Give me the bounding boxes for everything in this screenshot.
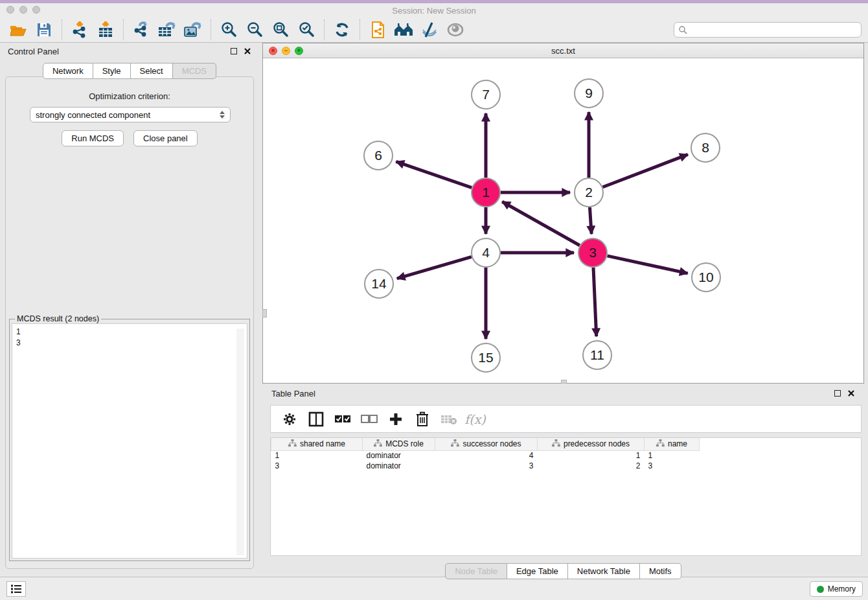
tree-icon xyxy=(552,439,560,449)
column-header-name[interactable]: name xyxy=(645,438,700,450)
search-input[interactable] xyxy=(688,23,861,36)
window-close-button[interactable] xyxy=(6,6,14,14)
network-zoom-button[interactable]: + xyxy=(295,47,303,55)
save-icon[interactable] xyxy=(31,19,57,41)
import-table-icon[interactable] xyxy=(93,19,119,41)
toolbar-separator xyxy=(324,19,325,40)
table-cell[interactable]: dominator xyxy=(363,461,435,471)
graph-edge-1-6[interactable] xyxy=(396,161,472,187)
control-panel-tabs: Network Style Select MCDS xyxy=(0,63,259,79)
refresh-icon[interactable] xyxy=(329,19,355,41)
window-minimize-button[interactable] xyxy=(19,6,27,14)
show-panel-icon[interactable] xyxy=(442,19,468,41)
memory-status-icon xyxy=(817,586,824,593)
column-header-shared-name[interactable]: shared name xyxy=(271,438,363,450)
window-resize-grip[interactable] xyxy=(561,380,567,384)
toolbar-separator xyxy=(360,19,360,40)
graph-edge-3-1[interactable] xyxy=(502,202,580,245)
graph-edge-3-11[interactable] xyxy=(593,268,597,336)
graph-node-label: 8 xyxy=(702,140,709,155)
mcds-result-title: MCDS result (2 nodes) xyxy=(15,314,101,323)
tab-network-table[interactable]: Network Table xyxy=(568,563,640,579)
table-cell[interactable]: 1 xyxy=(538,450,645,461)
graph-edge-2-3[interactable] xyxy=(589,207,591,234)
network-minimize-button[interactable]: − xyxy=(282,47,290,55)
tab-node-table[interactable]: Node Table xyxy=(445,563,507,579)
zoom-in-icon[interactable] xyxy=(216,19,242,41)
table-cell[interactable]: 1 xyxy=(271,450,363,461)
graph-edge-4-14[interactable] xyxy=(397,257,472,278)
show-column-icon[interactable] xyxy=(304,408,328,430)
export-network-icon[interactable] xyxy=(128,19,154,41)
create-column-icon[interactable] xyxy=(383,408,407,430)
table-cell[interactable]: 2 xyxy=(538,461,645,471)
close-panel-icon[interactable] xyxy=(244,47,251,55)
close-panel-icon[interactable] xyxy=(847,389,855,397)
chevron-up-down-icon xyxy=(220,111,225,119)
zoom-out-icon[interactable] xyxy=(242,19,268,41)
result-scrollbar[interactable] xyxy=(236,329,244,555)
window-zoom-button[interactable] xyxy=(32,6,40,14)
table-cell[interactable]: 3 xyxy=(645,461,700,471)
memory-button[interactable]: Memory xyxy=(810,581,863,597)
float-panel-icon[interactable] xyxy=(834,390,841,397)
graph-node-label: 11 xyxy=(590,347,604,362)
export-image-icon[interactable] xyxy=(180,19,206,41)
zoom-selected-icon[interactable] xyxy=(293,19,319,41)
table-row[interactable]: 3dominator323 xyxy=(271,461,700,471)
search-field[interactable] xyxy=(674,22,862,38)
tab-mcds[interactable]: MCDS xyxy=(173,63,216,79)
graph-node-label: 9 xyxy=(585,86,593,100)
table-row[interactable]: 1dominator411 xyxy=(271,450,700,461)
table-cell[interactable]: 1 xyxy=(645,450,700,461)
graph-node-label: 14 xyxy=(371,276,387,291)
toolbar-separator xyxy=(211,19,211,40)
graph-edge-3-10[interactable] xyxy=(607,256,687,273)
mcds-result-line: 1 xyxy=(16,327,243,338)
status-bar: Memory xyxy=(0,577,868,600)
function-builder-icon[interactable]: f(x) xyxy=(463,408,487,430)
close-panel-button[interactable]: Close panel xyxy=(133,130,198,146)
network-window-titlebar[interactable]: × − + scc.txt xyxy=(263,43,863,58)
tab-select[interactable]: Select xyxy=(131,63,173,79)
table-cell[interactable]: dominator xyxy=(363,450,435,461)
import-network-icon[interactable] xyxy=(67,19,93,41)
table-options-icon[interactable] xyxy=(277,408,301,430)
column-header-predecessor-nodes[interactable]: predecessor nodes xyxy=(538,438,645,450)
deselect-all-checkboxes-icon[interactable] xyxy=(357,408,381,430)
tab-motifs[interactable]: Motifs xyxy=(640,563,681,579)
network-graph[interactable]: 7968124314101511 xyxy=(263,58,863,383)
window-resize-grip[interactable] xyxy=(262,309,267,317)
tree-icon xyxy=(288,439,297,449)
run-mcds-button[interactable]: Run MCDS xyxy=(62,130,124,146)
float-panel-icon[interactable] xyxy=(231,48,237,54)
mcds-result-list[interactable]: 1 3 xyxy=(12,323,247,559)
optimization-criterion-dropdown[interactable]: strongly connected component xyxy=(30,107,231,122)
zoom-fit-icon[interactable] xyxy=(268,19,293,41)
show-all-networks-icon[interactable] xyxy=(391,19,417,41)
export-table-icon[interactable] xyxy=(154,19,180,41)
delete-table-icon[interactable] xyxy=(437,408,461,430)
delete-column-icon[interactable] xyxy=(410,408,434,430)
hide-panel-icon[interactable] xyxy=(417,19,442,41)
toolbar-separator xyxy=(123,19,124,40)
optimization-criterion-label: Optimization criterion: xyxy=(6,91,253,101)
search-icon xyxy=(678,25,688,35)
table-cell[interactable]: 3 xyxy=(271,461,363,471)
open-folder-icon[interactable] xyxy=(5,19,31,41)
task-history-button[interactable] xyxy=(6,581,26,597)
table-cell[interactable]: 3 xyxy=(435,461,538,471)
node-table[interactable]: shared nameMCDS rolesuccessor nodesprede… xyxy=(270,437,862,556)
tab-network[interactable]: Network xyxy=(43,63,93,79)
tab-style[interactable]: Style xyxy=(93,63,131,79)
column-header-MCDS-role[interactable]: MCDS role xyxy=(363,438,435,450)
table-cell[interactable]: 4 xyxy=(435,450,538,461)
mcds-tab-content: Optimization criterion: strongly connect… xyxy=(5,76,254,569)
open-session-from-file-icon[interactable] xyxy=(365,19,391,41)
network-close-button[interactable]: × xyxy=(269,47,277,55)
graph-edge-2-8[interactable] xyxy=(602,154,687,187)
select-all-checkboxes-icon[interactable] xyxy=(330,408,354,430)
graph-node-label: 3 xyxy=(589,245,597,260)
column-header-successor-nodes[interactable]: successor nodes xyxy=(435,438,538,450)
tab-edge-table[interactable]: Edge Table xyxy=(507,563,568,579)
